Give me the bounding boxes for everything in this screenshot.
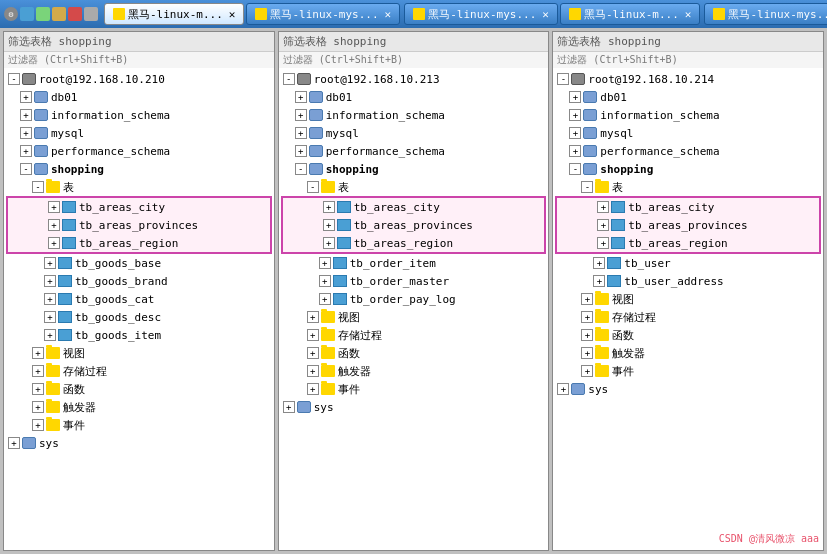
expand-db01-3[interactable]: + <box>569 91 581 103</box>
panel-1-events-folder[interactable]: + 事件 <box>4 416 274 434</box>
tab-2[interactable]: 黑马-linux-mys... ✕ <box>246 3 400 25</box>
panel-3-mysql[interactable]: + mysql <box>553 124 823 142</box>
panel-2-db01[interactable]: + db01 <box>279 88 549 106</box>
expand-perf-1[interactable]: + <box>20 145 32 157</box>
panel-2-procs-folder[interactable]: + 存储过程 <box>279 326 549 344</box>
expand-mysql-1[interactable]: + <box>20 127 32 139</box>
panel-3-funcs-folder[interactable]: + 函数 <box>553 326 823 344</box>
panel-1-goods-cat[interactable]: + tb_goods_cat <box>4 290 274 308</box>
panel-1-server[interactable]: - root@192.168.10.210 <box>4 70 274 88</box>
expand-goods-cat-1[interactable]: + <box>44 293 56 305</box>
panel-1-views-folder[interactable]: + 视图 <box>4 344 274 362</box>
panel-2-order-master[interactable]: + tb_order_master <box>279 272 549 290</box>
panel-1-funcs-folder[interactable]: + 函数 <box>4 380 274 398</box>
expand-areas-city-3[interactable]: + <box>597 201 609 213</box>
expand-areas-city-2[interactable]: + <box>323 201 335 213</box>
panel-3-info-schema[interactable]: + information_schema <box>553 106 823 124</box>
panel-3-tree[interactable]: - root@192.168.10.214 + db01 + informati… <box>553 68 823 550</box>
expand-events-2[interactable]: + <box>307 383 319 395</box>
expand-server-2[interactable]: - <box>283 73 295 85</box>
expand-info-1[interactable]: + <box>20 109 32 121</box>
panel-3-db01[interactable]: + db01 <box>553 88 823 106</box>
panel-1-areas-region[interactable]: + tb_areas_region <box>8 234 270 252</box>
tab-3[interactable]: 黑马-linux-mys... ✕ <box>404 3 558 25</box>
expand-sys-1[interactable]: + <box>8 437 20 449</box>
panel-1-goods-base[interactable]: + tb_goods_base <box>4 254 274 272</box>
panel-2-filter-hint[interactable]: 过滤器 (Ctrl+Shift+B) <box>279 52 549 68</box>
expand-events-1[interactable]: + <box>32 419 44 431</box>
panel-1-tables-folder[interactable]: - 表 <box>4 178 274 196</box>
expand-order-item-2[interactable]: + <box>319 257 331 269</box>
expand-goods-brand-1[interactable]: + <box>44 275 56 287</box>
expand-user-address-3[interactable]: + <box>593 275 605 287</box>
expand-info-3[interactable]: + <box>569 109 581 121</box>
panel-2-info-schema[interactable]: + information_schema <box>279 106 549 124</box>
expand-user-3[interactable]: + <box>593 257 605 269</box>
expand-views-2[interactable]: + <box>307 311 319 323</box>
panel-2-triggers-folder[interactable]: + 触发器 <box>279 362 549 380</box>
panel-2-funcs-folder[interactable]: + 函数 <box>279 344 549 362</box>
expand-triggers-1[interactable]: + <box>32 401 44 413</box>
expand-tables-2[interactable]: - <box>307 181 319 193</box>
panel-3-areas-city[interactable]: + tb_areas_city <box>557 198 819 216</box>
panel-3-shopping[interactable]: - shopping <box>553 160 823 178</box>
panel-3-events-folder[interactable]: + 事件 <box>553 362 823 380</box>
expand-funcs-3[interactable]: + <box>581 329 593 341</box>
expand-shopping-1[interactable]: - <box>20 163 32 175</box>
expand-triggers-2[interactable]: + <box>307 365 319 377</box>
panel-3-user[interactable]: + tb_user <box>553 254 823 272</box>
panel-2-mysql[interactable]: + mysql <box>279 124 549 142</box>
expand-areas-region-2[interactable]: + <box>323 237 335 249</box>
expand-tables-1[interactable]: - <box>32 181 44 193</box>
expand-perf-3[interactable]: + <box>569 145 581 157</box>
expand-goods-desc-1[interactable]: + <box>44 311 56 323</box>
expand-sys-3[interactable]: + <box>557 383 569 395</box>
panel-2-tables-folder[interactable]: - 表 <box>279 178 549 196</box>
panel-1-procs-folder[interactable]: + 存储过程 <box>4 362 274 380</box>
expand-shopping-2[interactable]: - <box>295 163 307 175</box>
expand-areas-provinces-1[interactable]: + <box>48 219 60 231</box>
expand-db01-2[interactable]: + <box>295 91 307 103</box>
expand-procs-1[interactable]: + <box>32 365 44 377</box>
panel-1-areas-provinces[interactable]: + tb_areas_provinces <box>8 216 270 234</box>
tab-1[interactable]: 黑马-linux-m... ✕ <box>104 3 244 25</box>
expand-views-3[interactable]: + <box>581 293 593 305</box>
expand-db01-1[interactable]: + <box>20 91 32 103</box>
expand-order-master-2[interactable]: + <box>319 275 331 287</box>
expand-views-1[interactable]: + <box>32 347 44 359</box>
panel-2-perf-schema[interactable]: + performance_schema <box>279 142 549 160</box>
expand-funcs-1[interactable]: + <box>32 383 44 395</box>
panel-2-areas-city[interactable]: + tb_areas_city <box>283 198 545 216</box>
panel-2-shopping[interactable]: - shopping <box>279 160 549 178</box>
panel-1-triggers-folder[interactable]: + 触发器 <box>4 398 274 416</box>
panel-2-sys[interactable]: + sys <box>279 398 549 416</box>
panel-1-filter-hint[interactable]: 过滤器 (Ctrl+Shift+B) <box>4 52 274 68</box>
expand-funcs-2[interactable]: + <box>307 347 319 359</box>
panel-3-procs-folder[interactable]: + 存储过程 <box>553 308 823 326</box>
expand-tables-3[interactable]: - <box>581 181 593 193</box>
expand-sys-2[interactable]: + <box>283 401 295 413</box>
panel-3-areas-provinces[interactable]: + tb_areas_provinces <box>557 216 819 234</box>
panel-3-triggers-folder[interactable]: + 触发器 <box>553 344 823 362</box>
expand-areas-region-3[interactable]: + <box>597 237 609 249</box>
expand-areas-region-1[interactable]: + <box>48 237 60 249</box>
expand-goods-item-1[interactable]: + <box>44 329 56 341</box>
panel-1-mysql[interactable]: + mysql <box>4 124 274 142</box>
expand-server-1[interactable]: - <box>8 73 20 85</box>
tab-5[interactable]: 黑马-linux-mys... ✕ <box>704 3 827 25</box>
panel-3-views-folder[interactable]: + 视图 <box>553 290 823 308</box>
panel-1-goods-item[interactable]: + tb_goods_item <box>4 326 274 344</box>
panel-1-tree[interactable]: - root@192.168.10.210 + db01 + informati… <box>4 68 274 550</box>
panel-1-goods-brand[interactable]: + tb_goods_brand <box>4 272 274 290</box>
expand-info-2[interactable]: + <box>295 109 307 121</box>
panel-3-perf-schema[interactable]: + performance_schema <box>553 142 823 160</box>
panel-1-areas-city[interactable]: + tb_areas_city <box>8 198 270 216</box>
panel-1-info-schema[interactable]: + information_schema <box>4 106 274 124</box>
panel-2-areas-region[interactable]: + tb_areas_region <box>283 234 545 252</box>
expand-areas-provinces-3[interactable]: + <box>597 219 609 231</box>
panel-3-areas-region[interactable]: + tb_areas_region <box>557 234 819 252</box>
panel-3-tables-folder[interactable]: - 表 <box>553 178 823 196</box>
expand-procs-3[interactable]: + <box>581 311 593 323</box>
panel-2-tree[interactable]: - root@192.168.10.213 + db01 + informati… <box>279 68 549 550</box>
panel-1-db01[interactable]: + db01 <box>4 88 274 106</box>
